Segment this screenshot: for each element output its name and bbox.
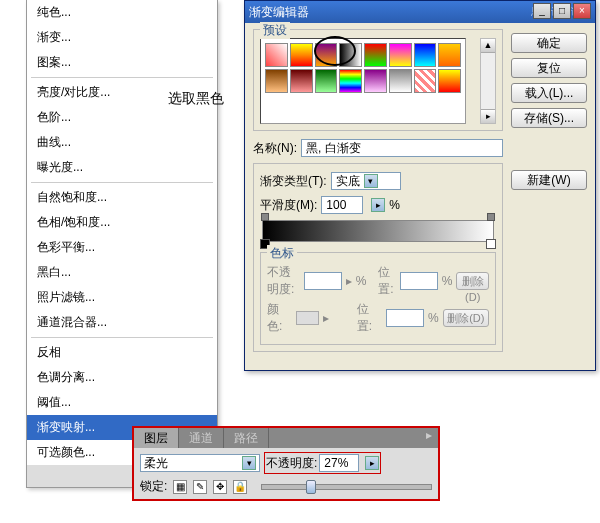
maximize-button[interactable]: □ [553,3,571,19]
lock-position-icon[interactable]: ✥ [213,480,227,494]
position-input-2[interactable] [386,309,424,327]
load-button[interactable]: 载入(L)... [511,83,587,103]
dialog-title: 渐变编辑器 [249,4,309,21]
opacity-input[interactable] [304,272,342,290]
menu-item[interactable]: 黑白... [27,260,217,285]
new-button[interactable]: 新建(W) [511,170,587,190]
menu-item[interactable]: 色彩平衡... [27,235,217,260]
cancel-button[interactable]: 复位 [511,58,587,78]
adjustment-menu[interactable]: 纯色...渐变...图案...亮度/对比度...色阶...曲线...曝光度...… [26,0,218,488]
layer-opacity-label: 不透明度: [266,455,317,472]
tab-layers[interactable]: 图层 [134,428,179,448]
preset-swatch[interactable] [438,69,461,93]
layers-panel: 图层 通道 路径 ▸ 柔光 ▾ 不透明度: ▸ 锁定: ▦ ✎ ✥ 🔒 [132,426,440,501]
menu-item[interactable]: 亮度/对比度... [27,80,217,105]
preset-swatch[interactable] [414,43,437,67]
opacity-stop-left[interactable] [261,213,269,221]
preset-swatch[interactable] [389,43,412,67]
smooth-input[interactable] [321,196,363,214]
menu-item[interactable]: 色调分离... [27,365,217,390]
panel-menu-icon[interactable]: ▸ [420,428,438,448]
preset-swatch[interactable] [290,43,313,67]
smooth-label: 平滑度(M): [260,197,317,214]
menu-item[interactable]: 曲线... [27,130,217,155]
delete-color-button[interactable]: 删除(D) [443,309,489,327]
position-label-2: 位置: [357,301,382,335]
menu-item[interactable]: 照片滤镜... [27,285,217,310]
opacity-label: 不透明度: [267,264,300,298]
menu-item[interactable]: 曝光度... [27,155,217,180]
gradient-bar[interactable] [262,220,494,242]
lock-all-icon[interactable]: 🔒 [233,480,247,494]
type-dropdown[interactable]: 实底 ▾ [331,172,401,190]
chevron-down-icon: ▾ [242,456,256,470]
menu-item[interactable]: 自然饱和度... [27,185,217,210]
blend-mode-dropdown[interactable]: 柔光 ▾ [140,454,260,472]
preset-swatch[interactable] [364,43,387,67]
type-value: 实底 [336,173,360,190]
lock-label: 锁定: [140,478,167,495]
delete-opacity-button[interactable]: 删除(D) [456,272,489,290]
name-input[interactable] [301,139,503,157]
minimize-button[interactable]: _ [533,3,551,19]
color-label: 颜色: [267,301,292,335]
name-label: 名称(N): [253,140,297,157]
menu-item[interactable]: 图案... [27,50,217,75]
menu-item[interactable]: 反相 [27,340,217,365]
fill-slider[interactable] [261,484,432,490]
preset-swatch[interactable] [389,69,412,93]
stops-group: 色标 不透明度: ▸ % 位置: % 删除(D) 颜色: ▸ [260,252,496,345]
preset-swatch[interactable] [414,69,437,93]
scroll-up-icon[interactable]: ▲ [481,39,495,53]
tab-paths[interactable]: 路径 [224,428,269,448]
preset-swatch[interactable] [315,69,338,93]
smooth-stepper-icon[interactable]: ▸ [371,198,385,212]
color-stop-right[interactable] [486,239,496,249]
opacity-stepper-icon[interactable]: ▸ [365,456,379,470]
menu-item[interactable]: 渐变... [27,25,217,50]
gradient-settings-group: 渐变类型(T): 实底 ▾ 平滑度(M): ▸ % [253,163,503,352]
preset-swatch[interactable] [265,43,288,67]
menu-items: 纯色...渐变...图案...亮度/对比度...色阶...曲线...曝光度...… [27,0,217,465]
close-button[interactable]: × [573,3,591,19]
slider-thumb[interactable] [306,480,316,494]
blend-mode-value: 柔光 [144,455,238,472]
layer-opacity-input[interactable] [319,454,359,472]
gradient-editor-dialog: 渐变编辑器 思维设计论坛 _ □ × 预设 ▲ ▸ 名称(N): [244,0,596,371]
preset-label: 预设 [260,22,290,39]
preset-swatch[interactable] [438,43,461,67]
preset-scrollbar[interactable]: ▲ ▸ [480,38,496,124]
save-button[interactable]: 存储(S)... [511,108,587,128]
opacity-highlight: 不透明度: ▸ [264,452,381,474]
position-label-1: 位置: [378,264,395,298]
preset-swatch[interactable] [364,69,387,93]
panel-tabs: 图层 通道 路径 ▸ [134,428,438,448]
menu-item[interactable]: 色阶... [27,105,217,130]
opacity-stop-right[interactable] [487,213,495,221]
preset-swatch[interactable] [290,69,313,93]
color-stepper-icon: ▸ [323,311,329,325]
position-input-1[interactable] [400,272,438,290]
preset-swatch[interactable] [339,43,362,67]
color-swatch[interactable] [296,311,318,325]
lock-transparency-icon[interactable]: ▦ [173,480,187,494]
type-label: 渐变类型(T): [260,173,327,190]
smooth-pct: % [389,198,400,212]
preset-swatch[interactable] [315,43,338,67]
stops-label: 色标 [267,245,297,262]
menu-item[interactable]: 色相/饱和度... [27,210,217,235]
menu-item[interactable]: 纯色... [27,0,217,25]
menu-item[interactable]: 阈值... [27,390,217,415]
chevron-down-icon: ▾ [364,174,378,188]
preset-group: 预设 ▲ ▸ [253,29,503,131]
lock-pixels-icon[interactable]: ✎ [193,480,207,494]
menu-item[interactable]: 通道混合器... [27,310,217,335]
preset-swatch[interactable] [265,69,288,93]
tab-channels[interactable]: 通道 [179,428,224,448]
scroll-menu-icon[interactable]: ▸ [481,109,495,123]
ok-button[interactable]: 确定 [511,33,587,53]
preset-grid[interactable] [260,38,466,124]
preset-swatch[interactable] [339,69,362,93]
opacity-stepper-icon: ▸ [346,274,352,288]
